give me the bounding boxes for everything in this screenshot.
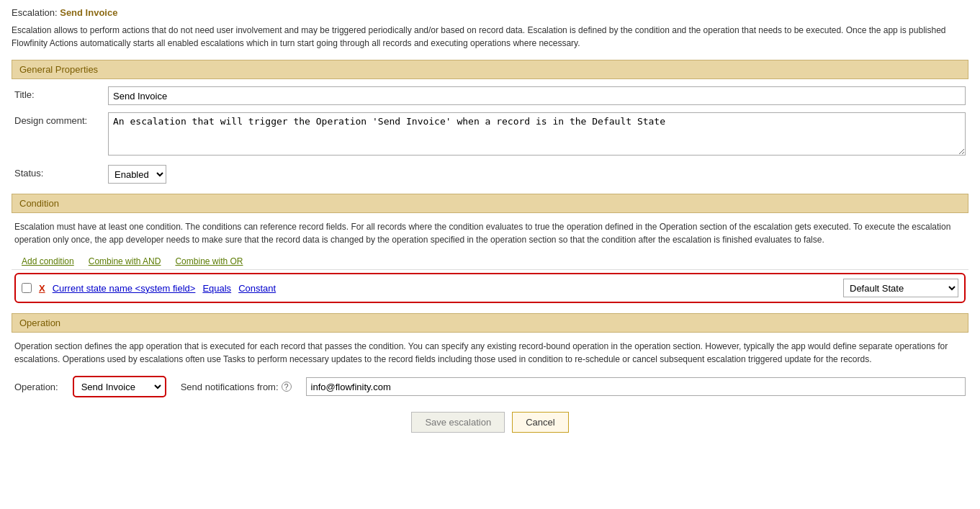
design-comment-input[interactable]: An escalation that will trigger the Oper… [108,112,966,156]
operation-select-wrap: Send Invoice Other Operation [73,376,166,397]
condition-section: Condition Escalation must have at least … [12,194,968,303]
escalation-header: Escalation: Send Invoice [12,7,968,18]
condition-row: X Current state name <system field> Equa… [14,273,966,303]
title-row: Title: [12,86,968,105]
general-properties-section: General Properties Title: Design comment… [12,60,968,184]
notifications-label-wrap: Send notifications from: ? [181,382,292,392]
design-comment-wrap: An escalation that will trigger the Oper… [108,112,966,158]
buttons-row: Save escalation Cancel [12,412,968,433]
operation-section: Operation Operation section defines the … [12,313,968,400]
design-comment-row: Design comment: An escalation that will … [12,112,968,158]
general-properties-header: General Properties [12,60,968,79]
status-row: Status: Enabled Disabled [12,165,968,184]
condition-field-name[interactable]: Current state name <system field> [53,283,196,294]
status-label: Status: [14,165,108,179]
title-label: Title: [14,86,108,100]
operation-select[interactable]: Send Invoice Other Operation [76,378,163,395]
combine-or-button[interactable]: Combine with OR [168,253,250,269]
condition-operator[interactable]: Equals [202,283,231,294]
condition-checkbox[interactable] [22,283,32,293]
title-input[interactable] [108,86,966,105]
escalation-description: Escalation allows to perform actions tha… [12,24,968,50]
add-condition-button[interactable]: Add condition [14,253,81,269]
save-escalation-button[interactable]: Save escalation [411,412,505,433]
condition-description: Escalation must have at least one condit… [12,220,968,246]
operation-label: Operation: [14,382,58,392]
status-wrap: Enabled Disabled [108,165,966,184]
combine-and-button[interactable]: Combine with AND [81,253,168,269]
design-comment-label: Design comment: [14,112,108,126]
condition-type[interactable]: Constant [238,283,276,294]
condition-delete-icon[interactable]: X [39,283,45,294]
escalation-title: Send Invoice [60,7,117,18]
cancel-button[interactable]: Cancel [512,412,568,433]
condition-state-select[interactable]: Default State Active Closed [843,279,958,297]
notifications-label: Send notifications from: [181,382,279,392]
condition-header: Condition [12,194,968,213]
operation-description: Operation section defines the app operat… [12,340,968,366]
condition-toolbar: Add condition Combine with AND Combine w… [12,253,968,270]
title-input-wrap [108,86,966,105]
operation-header: Operation [12,313,968,333]
notifications-input[interactable] [306,377,966,396]
operation-row: Operation: Send Invoice Other Operation … [12,373,968,400]
escalation-label: Escalation: [12,7,58,18]
status-select[interactable]: Enabled Disabled [108,165,166,184]
help-icon[interactable]: ? [282,382,292,392]
